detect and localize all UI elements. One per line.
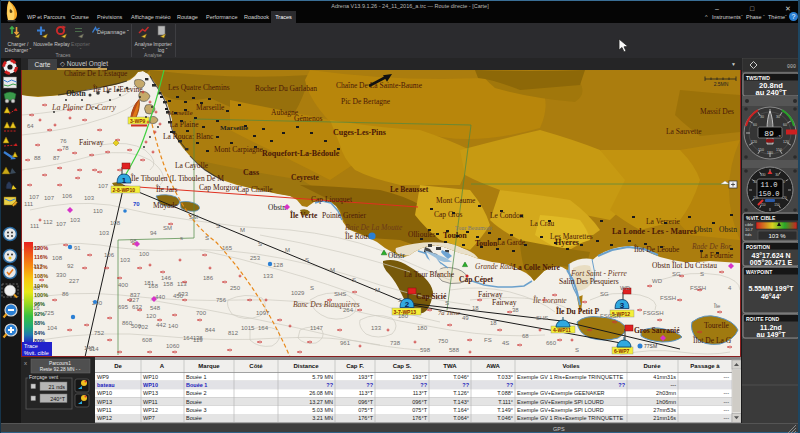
- svg-text:38: 38: [512, 307, 519, 313]
- svg-text:26.08 MN: 26.08 MN: [309, 390, 333, 396]
- svg-text:La Sauvette: La Sauvette: [666, 127, 702, 136]
- svg-text:111: 111: [30, 223, 40, 229]
- svg-text:133: 133: [263, 273, 274, 279]
- svg-text:Bouée: Bouée: [186, 415, 202, 421]
- svg-text:120%: 120%: [34, 245, 48, 251]
- svg-text:---: ---: [671, 382, 677, 388]
- svg-text:La Londe - Les - Maures: La Londe - Les - Maures: [612, 227, 697, 236]
- svg-text:S: S: [305, 257, 309, 263]
- svg-text:264: 264: [343, 307, 354, 313]
- svg-text:T.164°: T.164°: [453, 407, 469, 413]
- svg-text:FSSH: FSSH: [660, 295, 676, 301]
- svg-text:756: 756: [216, 297, 227, 303]
- svg-text:S: S: [258, 241, 262, 247]
- svg-text:1060: 1060: [166, 343, 180, 349]
- svg-text:6-WP7: 6-WP7: [614, 348, 630, 354]
- svg-text:??: ??: [462, 382, 469, 388]
- svg-text:608: 608: [142, 337, 153, 343]
- svg-text:S: S: [398, 297, 402, 303]
- svg-text:60: 60: [753, 123, 757, 127]
- svg-text:180: 180: [417, 325, 428, 331]
- svg-text:78: 78: [62, 145, 69, 151]
- svg-text:A: A: [160, 363, 165, 369]
- svg-text:x: x: [24, 360, 27, 366]
- svg-text:Toulon: Toulon: [475, 239, 498, 248]
- svg-text:Obstn: Obstn: [268, 203, 286, 212]
- svg-text:Côté: Côté: [249, 363, 263, 369]
- svg-text:164: 164: [258, 325, 269, 331]
- svg-text:84%: 84%: [34, 330, 45, 336]
- svg-text:Durée: Durée: [643, 363, 661, 369]
- svg-text:725: 725: [44, 310, 55, 316]
- svg-text:837: 837: [130, 292, 141, 298]
- svg-text:400: 400: [118, 282, 129, 288]
- svg-text:92%: 92%: [34, 311, 45, 317]
- svg-text:3-WP9: 3-WP9: [130, 118, 146, 124]
- svg-text:WP13: WP13: [97, 399, 112, 405]
- svg-text:193°T: 193°T: [412, 374, 427, 380]
- svg-text:180: 180: [767, 151, 773, 155]
- svg-text:La Rouca: Blanc: La Rouca: Blanc: [163, 132, 214, 141]
- svg-text:Parcours1: Parcours1: [49, 361, 71, 366]
- svg-text:87: 87: [53, 155, 60, 161]
- svg-text:Cap S.: Cap S.: [393, 363, 412, 369]
- svg-text:WP9: WP9: [97, 374, 109, 380]
- svg-text:Île Rous: Île Rous: [345, 231, 370, 241]
- svg-text:103: 103: [120, 257, 131, 263]
- svg-text:La Tour Blanche: La Tour Blanche: [404, 270, 455, 279]
- svg-text:La Verrerie: La Verrerie: [646, 217, 680, 226]
- svg-text:Ceyreste: Ceyreste: [291, 173, 319, 182]
- svg-text:Rade De Bor: Rade De Bor: [691, 242, 731, 251]
- svg-text:700: 700: [196, 310, 207, 316]
- svg-text:nds: nds: [745, 232, 751, 237]
- svg-text:FSGSH: FSGSH: [643, 310, 664, 316]
- svg-text:Île Du Petit P: Île Du Petit P: [556, 306, 600, 316]
- svg-text:La Plaine De Carry: La Plaine De Carry: [51, 103, 116, 112]
- svg-text:Cap Morgiou: Cap Morgiou: [199, 183, 239, 192]
- svg-text:T.033°: T.033°: [497, 374, 513, 380]
- svg-text:au 240°T: au 240°T: [756, 88, 787, 97]
- svg-text:Bouée 2: Bouée 2: [186, 390, 207, 396]
- svg-text:240°T: 240°T: [50, 396, 65, 402]
- svg-text:Île Tiboulen (L Tiboulen De M: Île Tiboulen (L Tiboulen De M: [131, 173, 224, 183]
- svg-text:88%: 88%: [34, 320, 45, 326]
- svg-text:100: 100: [139, 251, 150, 257]
- svg-text:Voiles: Voiles: [562, 363, 580, 369]
- svg-text:111: 111: [24, 201, 34, 207]
- svg-text:SHS: SHS: [334, 291, 346, 297]
- svg-text:1029: 1029: [291, 290, 305, 296]
- svg-text:FSGSH: FSGSH: [600, 313, 621, 319]
- svg-text:WP12: WP12: [143, 407, 158, 413]
- svg-text:108: 108: [52, 255, 63, 261]
- svg-text:2-8-WP10: 2-8-WP10: [113, 187, 136, 193]
- svg-text:116%: 116%: [34, 254, 48, 260]
- svg-text:176°T: 176°T: [358, 415, 373, 421]
- svg-text:Toulon: Toulon: [443, 231, 467, 240]
- svg-text:WAYPOINT: WAYPOINT: [746, 269, 772, 275]
- svg-text:096°T: 096°T: [412, 399, 427, 405]
- svg-text:18: 18: [472, 305, 479, 311]
- svg-text:TWA: TWA: [443, 363, 457, 369]
- svg-text:S: S: [575, 347, 579, 353]
- svg-text:107: 107: [98, 183, 109, 189]
- svg-text:T.111°: T.111°: [498, 399, 513, 405]
- svg-text:107: 107: [44, 195, 55, 201]
- svg-text:91: 91: [74, 245, 81, 251]
- svg-text:AWA: AWA: [486, 363, 500, 369]
- svg-text:Exemple GV+Exemple SPI LOURD: Exemple GV+Exemple SPI LOURD: [517, 399, 604, 405]
- svg-text:1015: 1015: [241, 325, 255, 331]
- svg-text:119: 119: [193, 337, 203, 343]
- svg-text:La Cayolle: La Cayolle: [175, 161, 209, 170]
- svg-text:210: 210: [760, 203, 766, 207]
- svg-text:T.149°: T.149°: [497, 407, 513, 413]
- svg-text:752: 752: [94, 330, 105, 336]
- svg-text:Le Condon: Le Condon: [490, 211, 524, 220]
- svg-text:S: S: [352, 277, 356, 283]
- svg-text:330: 330: [56, 272, 67, 278]
- svg-text:94: 94: [150, 230, 157, 236]
- svg-text:2: 2: [405, 300, 410, 309]
- svg-text:s: s: [180, 235, 183, 241]
- svg-text:075°T: 075°T: [358, 407, 373, 413]
- svg-text:30: 30: [776, 115, 780, 119]
- svg-text:227: 227: [69, 278, 80, 284]
